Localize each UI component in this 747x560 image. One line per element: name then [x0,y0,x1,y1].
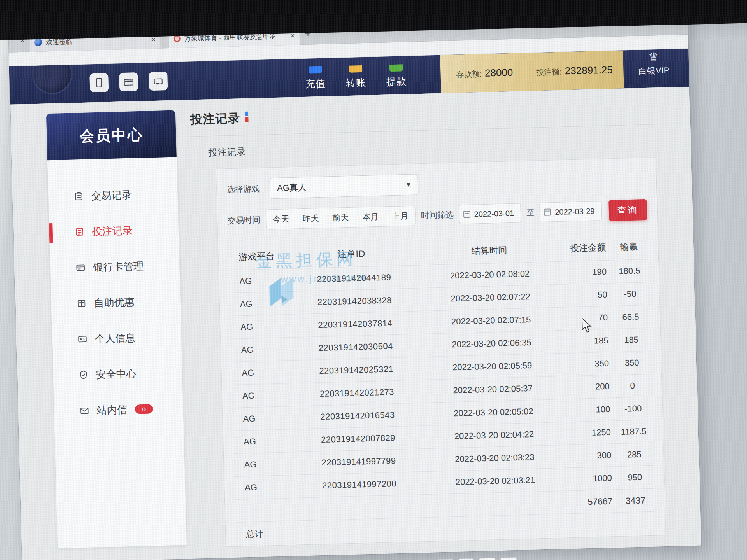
date-from-input[interactable]: 2022-03-01 [459,203,521,224]
cell-settle-time: 2022-03-20 02:03:21 [425,474,566,488]
page-next-button[interactable]: 下 [479,558,496,560]
main-content: 投注记录 投注记录 选择游戏 AG真人 ▼ 交易时间 今天 昨天 [189,87,691,558]
balance-panel: 存款额: 28000 投注额: 232891.25 [440,50,624,93]
cell-platform: AG [234,459,285,470]
sidebar-item-profile[interactable]: 个人信息 [52,318,182,358]
cell-bet-id: 220319142007829 [284,432,424,446]
sidebar-item-label: 安全中心 [96,367,137,382]
phone-icon [96,78,102,88]
cell-bet-id: 220319141997200 [285,478,426,492]
calendar-icon [544,208,551,215]
query-button[interactable]: 查询 [608,199,647,221]
cell-settle-time: 2022-03-20 02:05:59 [422,360,563,373]
bet-amount-value: 232891.25 [565,64,613,77]
cell-bet-id: 220319142037814 [281,317,421,331]
sidebar-item-security[interactable]: 安全中心 [53,354,182,394]
cell-settle-time: 2022-03-20 02:07:22 [420,291,561,304]
cell-amount: 300 [565,450,615,461]
cell-winloss: 1187.5 [614,426,653,438]
records-card: 选择游戏 AG真人 ▼ 交易时间 今天 昨天 前天 本月 上月 时 [216,157,666,547]
range-daybefore-button[interactable]: 前天 [326,208,356,228]
cell-platform: AG [235,482,286,493]
mobile-app-button[interactable] [89,73,109,92]
cell-winloss: 950 [616,472,654,483]
range-lastmonth-button[interactable]: 上月 [385,206,416,226]
vip-label: 白银VIP [630,65,677,77]
cell-winloss: -50 [611,289,649,300]
deposit-label: 存款额: [456,68,482,80]
range-yesterday-button[interactable]: 昨天 [296,208,326,229]
cell-bet-id: 220319142038328 [280,294,421,308]
cell-winloss: 0 [613,380,652,392]
globe-favicon-icon [34,38,42,47]
main-nav: 充值 转账 提款 [305,56,407,97]
sidebar-item-messages[interactable]: 站内信 0 [54,390,184,429]
cell-settle-time: 2022-03-20 02:03:23 [424,452,565,465]
cell-amount: 200 [563,381,614,392]
cell-settle-time: 2022-03-20 02:08:02 [420,268,560,282]
game-select[interactable]: AG真人 ▼ [269,174,418,199]
tab-bet-records[interactable]: 投注记录 [208,145,246,159]
deposit-value: 28000 [485,66,513,79]
sidebar-item-transactions[interactable]: 交易记录 [48,176,178,215]
card-icon [124,79,133,86]
total-winloss: 3437 [616,495,655,506]
cell-platform: AG [231,367,282,378]
nav-label: 转账 [346,76,366,89]
bank-card-button[interactable] [119,72,138,91]
cell-amount: 1000 [565,473,616,484]
active-indicator [49,223,53,243]
page-button-5[interactable]: 5 [458,558,474,560]
cell-amount: 50 [560,289,611,301]
page-body: 会员中心 交易记录 投注记录 银行卡管理 自助优惠 [10,87,701,560]
range-today-button[interactable]: 今天 [266,209,296,229]
cell-settle-time: 2022-03-20 02:05:37 [423,383,563,396]
cell-amount: 350 [562,358,613,369]
vip-level: ♛ 白银VIP [630,51,677,77]
envelope-icon [80,406,89,416]
cell-winloss: 285 [615,449,654,460]
cell-platform: AG [231,344,282,355]
cell-winloss: 185 [612,334,651,346]
cell-winloss: 350 [613,357,651,369]
transfer-icon [349,65,362,73]
sidebar-item-promotions[interactable]: 自助优惠 [51,283,181,322]
nav-item-transfer[interactable]: 转账 [345,57,366,96]
date-from-value: 2022-03-01 [474,208,514,219]
page-last-button[interactable]: 尾 [500,557,517,560]
customer-service-button[interactable] [149,72,168,91]
sidebar-title: 会员中心 [46,110,177,161]
mouse-cursor [581,317,593,334]
shield-check-icon [79,370,88,380]
cell-bet-id: 220319142021273 [283,386,423,400]
crown-icon: ♛ [630,51,677,63]
clipboard-icon [74,191,84,201]
cell-platform: AG [233,413,284,424]
sidebar-item-label: 交易记录 [91,188,132,203]
nav-item-withdraw[interactable]: 提款 [386,56,407,94]
cell-platform: AG [230,321,281,332]
date-to-value: 2022-03-29 [555,206,595,217]
nav-label: 充值 [305,77,326,90]
cell-settle-time: 2022-03-20 02:05:02 [423,406,564,419]
sidebar-item-bank-cards[interactable]: 银行卡管理 [50,247,180,286]
cell-settle-time: 2022-03-20 02:04:22 [424,429,565,442]
cell-winloss: 66.5 [612,312,650,323]
sidebar-item-label: 投注记录 [92,224,133,238]
cell-settle-time: 2022-03-20 02:06:35 [421,337,562,350]
document-icon [75,227,85,237]
range-thismonth-button[interactable]: 本月 [355,207,386,227]
time-filter-label: 交易时间 [228,214,261,226]
cell-amount: 185 [561,335,612,346]
sidebar-item-bet-records[interactable]: 投注记录 [49,212,179,251]
sidebar-item-label: 个人信息 [95,331,136,346]
id-card-icon [78,334,88,344]
browser-window: × 欢迎莅临 × 万象城体育 - 西甲联赛及意甲罗 × + 充值 转账 [8,13,701,560]
message-count-badge: 0 [135,404,153,414]
pagination: 1 2 3 4 5 下 尾 [226,553,667,560]
withdraw-icon [389,64,403,72]
coupon-icon [77,299,86,308]
date-to-input[interactable]: 2022-03-29 [540,201,602,222]
recharge-icon [309,66,322,74]
nav-item-recharge[interactable]: 充值 [305,58,326,96]
